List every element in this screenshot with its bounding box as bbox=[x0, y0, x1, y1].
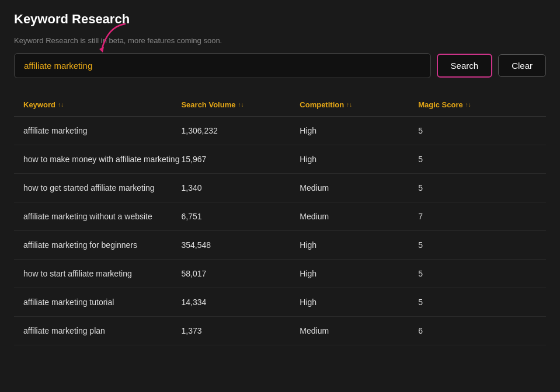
page-container: Keyword Research Keyword Research is sti… bbox=[0, 0, 560, 357]
clear-button[interactable]: Clear bbox=[498, 54, 546, 77]
table-body: affiliate marketing 1,306,232 High 5 how… bbox=[14, 117, 546, 345]
cell-volume: 6,751 bbox=[181, 212, 300, 221]
cell-score: 5 bbox=[418, 269, 537, 278]
sort-icon-keyword: ↑↓ bbox=[58, 102, 64, 108]
cell-keyword: affiliate marketing for beginners bbox=[23, 240, 181, 250]
cell-competition: High bbox=[300, 269, 418, 278]
col-keyword[interactable]: Keyword ↑↓ bbox=[23, 100, 181, 109]
search-input[interactable] bbox=[14, 53, 431, 78]
table-row[interactable]: how to make money with affiliate marketi… bbox=[14, 145, 546, 174]
col-competition[interactable]: Competition ↑↓ bbox=[300, 100, 418, 109]
cell-volume: 1,373 bbox=[181, 326, 300, 335]
cell-keyword: affiliate marketing tutorial bbox=[23, 298, 181, 307]
table-row[interactable]: affiliate marketing for beginners 354,54… bbox=[14, 231, 546, 260]
cell-keyword: how to make money with affiliate marketi… bbox=[23, 155, 181, 164]
cell-volume: 1,306,232 bbox=[181, 126, 300, 135]
table-row[interactable]: how to start affiliate marketing 58,017 … bbox=[14, 260, 546, 288]
cell-volume: 1,340 bbox=[181, 183, 300, 192]
cell-keyword: affiliate marketing without a website bbox=[23, 212, 181, 221]
cell-competition: Medium bbox=[300, 326, 418, 335]
col-score[interactable]: Magic Score ↑↓ bbox=[418, 100, 537, 109]
search-row: Search Clear bbox=[14, 53, 546, 78]
search-button[interactable]: Search bbox=[437, 54, 493, 78]
cell-competition: Medium bbox=[300, 212, 418, 221]
table-row[interactable]: affiliate marketing 1,306,232 High 5 bbox=[14, 117, 546, 145]
cell-keyword: how to start affiliate marketing bbox=[23, 269, 181, 278]
cell-volume: 14,334 bbox=[181, 298, 300, 307]
cell-keyword: how to get started affiliate marketing bbox=[23, 183, 181, 192]
keyword-table: Keyword ↑↓ Search Volume ↑↓ Competition … bbox=[14, 96, 546, 345]
cell-score: 7 bbox=[418, 212, 537, 221]
cell-score: 5 bbox=[418, 240, 537, 250]
cell-volume: 58,017 bbox=[181, 269, 300, 278]
cell-competition: High bbox=[300, 240, 418, 250]
cell-score: 5 bbox=[418, 183, 537, 192]
cell-keyword: affiliate marketing plan bbox=[23, 326, 181, 335]
sort-icon-volume: ↑↓ bbox=[238, 102, 244, 108]
table-header: Keyword ↑↓ Search Volume ↑↓ Competition … bbox=[14, 96, 546, 117]
svg-marker-0 bbox=[99, 47, 104, 52]
col-volume[interactable]: Search Volume ↑↓ bbox=[181, 100, 300, 109]
cell-score: 5 bbox=[418, 126, 537, 135]
cell-competition: High bbox=[300, 298, 418, 307]
cell-keyword: affiliate marketing bbox=[23, 126, 181, 135]
table-row[interactable]: how to get started affiliate marketing 1… bbox=[14, 174, 546, 202]
sort-icon-score: ↑↓ bbox=[465, 102, 471, 108]
cell-volume: 354,548 bbox=[181, 240, 300, 250]
cell-competition: Medium bbox=[300, 183, 418, 192]
table-row[interactable]: affiliate marketing plan 1,373 Medium 6 bbox=[14, 317, 546, 345]
sort-icon-competition: ↑↓ bbox=[346, 102, 352, 108]
cell-score: 5 bbox=[418, 298, 537, 307]
page-title: Keyword Research bbox=[14, 12, 546, 27]
table-row[interactable]: affiliate marketing tutorial 14,334 High… bbox=[14, 288, 546, 317]
cell-volume: 15,967 bbox=[181, 155, 300, 164]
beta-notice: Keyword Research is still in beta, more … bbox=[14, 36, 546, 45]
cell-competition: High bbox=[300, 126, 418, 135]
cell-score: 5 bbox=[418, 155, 537, 164]
table-row[interactable]: affiliate marketing without a website 6,… bbox=[14, 202, 546, 231]
cell-score: 6 bbox=[418, 326, 537, 335]
cell-competition: High bbox=[300, 155, 418, 164]
